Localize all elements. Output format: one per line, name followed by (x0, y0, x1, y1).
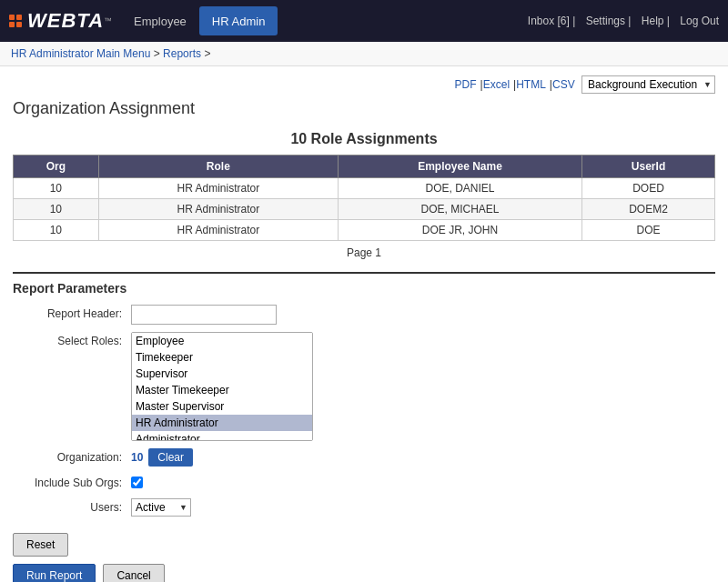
logo-tm: ™ (104, 16, 112, 25)
roles-option[interactable]: Master Supervisor (132, 398, 312, 415)
logo-dot-1 (9, 15, 15, 20)
col-role: Role (98, 156, 338, 178)
users-select-wrapper: ActiveInactiveAll (131, 498, 191, 517)
params-section: Report Parameters Report Header: Select … (13, 272, 715, 517)
cell-role: HR Administrator (98, 220, 338, 241)
cell-org: 10 (14, 220, 99, 241)
main-content: PDF | Excel | HTML | CSV Background Exec… (0, 66, 728, 582)
roles-option[interactable]: Timekeeper (132, 349, 312, 366)
users-select[interactable]: ActiveInactiveAll (131, 498, 191, 517)
table-row: 10HR AdministratorDOE JR, JOHNDOE (14, 220, 715, 241)
roles-option[interactable]: Master Timekeeper (132, 382, 312, 398)
logo-area: WEBTA™ (9, 9, 112, 33)
col-org: Org (14, 156, 99, 178)
org-value: 10 (131, 451, 143, 464)
action-buttons: Reset (13, 533, 715, 557)
background-execution-select[interactable]: Background Execution (581, 75, 715, 94)
cell-org: 10 (14, 178, 99, 199)
cell-employee_name: DOE, DANIEL (338, 178, 581, 199)
col-employee-name: Employee Name (338, 156, 581, 178)
cell-userid: DOEM2 (582, 199, 715, 220)
cell-role: HR Administrator (98, 199, 338, 220)
report-table-body: 10HR AdministratorDOE, DANIELDOED10HR Ad… (14, 178, 715, 241)
inbox-link[interactable]: Inbox [6] (528, 15, 570, 27)
report-header-value (131, 305, 715, 325)
roles-listbox[interactable]: EmployeeTimekeeperSupervisorMaster Timek… (131, 332, 313, 441)
export-html-link[interactable]: HTML (516, 78, 546, 91)
breadcrumb-sep2: > (204, 47, 210, 60)
export-row: PDF | Excel | HTML | CSV Background Exec… (13, 75, 715, 94)
page-title: Organization Assignment (13, 99, 715, 118)
table-row: 10HR AdministratorDOE, MICHAELDOEM2 (14, 199, 715, 220)
roles-option[interactable]: Employee (132, 333, 312, 349)
roles-option[interactable]: Administrator (132, 431, 312, 441)
logo-text: WEBTA (27, 9, 104, 33)
table-header-row: Org Role Employee Name UserId (14, 156, 715, 178)
breadcrumb-sep1: > (154, 47, 163, 60)
include-sub-value (131, 474, 715, 491)
page-label: Page 1 (13, 246, 715, 259)
include-sub-row: Include Sub Orgs: (13, 474, 715, 491)
cell-userid: DOED (582, 178, 715, 199)
cell-role: HR Administrator (98, 178, 338, 199)
run-report-button[interactable]: Run Report (13, 564, 96, 582)
organization-row: Organization: 10 Clear (13, 448, 715, 467)
include-sub-label: Include Sub Orgs: (13, 474, 131, 489)
header-right-nav: Inbox [6] | Settings | Help | Log Out (521, 15, 719, 27)
main-header: WEBTA™ Employee HR Admin Inbox [6] | Set… (0, 0, 728, 42)
logo-dot-4 (16, 22, 22, 27)
logout-link[interactable]: Log Out (680, 15, 719, 27)
breadcrumb: HR Administrator Main Menu > Reports > (0, 42, 728, 66)
col-userid: UserId (582, 156, 715, 178)
help-link[interactable]: Help (642, 15, 664, 27)
reset-button[interactable]: Reset (13, 533, 68, 557)
logo-dot-3 (9, 22, 15, 27)
clear-button[interactable]: Clear (148, 448, 193, 467)
bg-exec-wrapper: Background Execution (581, 75, 715, 94)
logo-dot-2 (16, 15, 22, 20)
params-title: Report Parameters (13, 281, 715, 296)
select-roles-value: EmployeeTimekeeperSupervisorMaster Timek… (131, 332, 715, 441)
report-heading: 10 Role Assignments (13, 131, 715, 147)
logo-dots-grid (9, 15, 22, 27)
table-row: 10HR AdministratorDOE, DANIELDOED (14, 178, 715, 199)
cancel-button[interactable]: Cancel (103, 564, 164, 582)
nav-tab-employee[interactable]: Employee (121, 6, 199, 35)
export-csv-link[interactable]: CSV (552, 78, 575, 91)
report-header-row: Report Header: (13, 305, 715, 325)
users-value: ActiveInactiveAll (131, 498, 715, 517)
export-pdf-link[interactable]: PDF (455, 78, 477, 91)
nav-tab-hradmin[interactable]: HR Admin (199, 6, 278, 35)
organization-label: Organization: (13, 448, 131, 464)
users-row: Users: ActiveInactiveAll (13, 498, 715, 517)
include-sub-checkbox[interactable] (131, 477, 143, 488)
report-header-label: Report Header: (13, 305, 131, 320)
report-table: Org Role Employee Name UserId 10HR Admin… (13, 155, 715, 241)
users-label: Users: (13, 498, 131, 514)
roles-option[interactable]: HR Administrator (132, 415, 312, 431)
cell-employee_name: DOE, MICHAEL (338, 199, 581, 220)
cell-org: 10 (14, 199, 99, 220)
roles-option[interactable]: Supervisor (132, 366, 312, 382)
cell-userid: DOE (582, 220, 715, 241)
breadcrumb-main-menu[interactable]: HR Administrator Main Menu (11, 47, 150, 60)
report-header-input[interactable] (131, 305, 277, 325)
breadcrumb-reports[interactable]: Reports (163, 47, 201, 60)
cell-employee_name: DOE JR, JOHN (338, 220, 581, 241)
select-roles-label: Select Roles: (13, 332, 131, 347)
select-roles-row: Select Roles: EmployeeTimekeeperSupervis… (13, 332, 715, 441)
settings-link[interactable]: Settings (586, 15, 625, 27)
export-excel-link[interactable]: Excel (483, 78, 510, 91)
submit-buttons: Run Report Cancel (13, 564, 715, 582)
organization-value: 10 Clear (131, 448, 715, 467)
report-section: 10 Role Assignments Org Role Employee Na… (13, 131, 715, 259)
